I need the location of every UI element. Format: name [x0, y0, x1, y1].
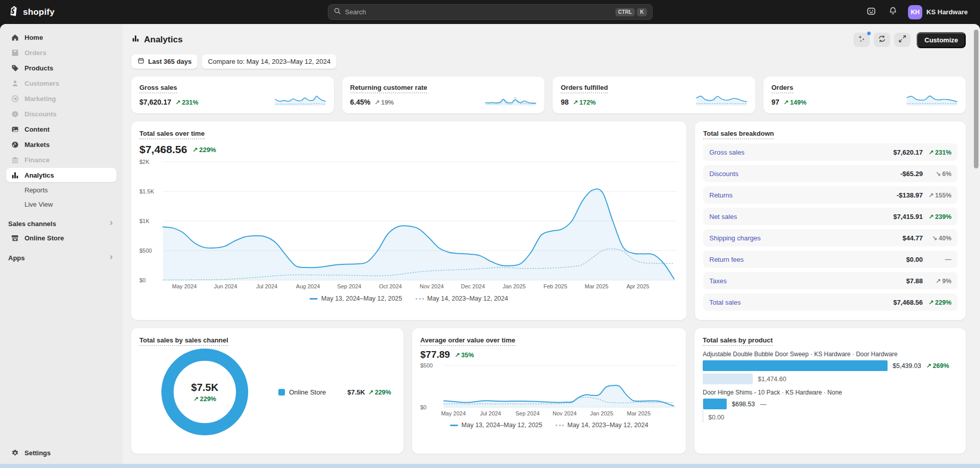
calendar-icon	[137, 57, 145, 66]
online-store-swatch	[278, 389, 285, 396]
sidebar-item-orders[interactable]: Orders	[6, 45, 116, 60]
sidebar-item-home[interactable]: Home	[6, 30, 116, 44]
bank-icon	[10, 155, 19, 164]
main-content: Analytics Customize Last 365 days	[123, 24, 980, 468]
svg-text:Jan 2025: Jan 2025	[503, 283, 525, 289]
metric-card-orders-fulfilled: Orders fulfilled 98 ↗ 172%	[553, 77, 755, 113]
svg-text:Dec 2024: Dec 2024	[461, 283, 485, 289]
breakdown-link[interactable]: Taxes	[709, 277, 727, 285]
breakdown-title[interactable]: Total sales breakdown	[703, 130, 774, 139]
svg-text:Sep 2024: Sep 2024	[515, 410, 539, 416]
date-range-button[interactable]: Last 365 days	[131, 54, 198, 69]
cycle-icon	[878, 35, 886, 45]
search-shortcut: CTRL K	[615, 8, 647, 16]
vertical-scrollbar[interactable]	[974, 30, 978, 168]
chevron-right-icon	[108, 220, 114, 228]
breakdown-link[interactable]: Gross sales	[709, 149, 745, 156]
svg-text:Apr 2025: Apr 2025	[627, 283, 650, 289]
svg-text:$1K: $1K	[139, 218, 150, 224]
product-compare-bar	[703, 374, 753, 384]
aov-chart: $500$0May 2024Jul 2024Sep 2024Nov 2024Ja…	[420, 362, 678, 417]
svg-text:Jul 2024: Jul 2024	[480, 410, 501, 416]
breakdown-link[interactable]: Return fees	[709, 256, 744, 263]
breakdown-link[interactable]: Returns	[709, 191, 733, 199]
legend-current: May 13, 2024–May 12, 2025	[309, 295, 402, 302]
breakdown-link[interactable]: Shipping charges	[709, 234, 760, 242]
tag-icon	[10, 63, 19, 72]
donut-center-value: $7.5K	[191, 382, 218, 393]
table-row: Return fees$0.00—	[703, 251, 958, 268]
metric-title[interactable]: Orders	[772, 84, 794, 93]
insights-button[interactable]	[853, 33, 870, 47]
metric-value: $7,620.17	[139, 98, 171, 106]
sidebar-item-finance[interactable]: Finance	[6, 153, 116, 167]
aov-value: $77.89	[420, 349, 450, 360]
product-title[interactable]: Total sales by product	[703, 336, 773, 346]
breakdown-link[interactable]: Net sales	[709, 213, 737, 220]
analytics-icon	[131, 34, 140, 45]
sidebar-item-customers[interactable]: Customers	[6, 76, 116, 90]
apps-header[interactable]: Apps	[8, 254, 114, 262]
search-input[interactable]	[345, 8, 611, 16]
megaphone-icon	[10, 94, 19, 103]
sidebar-item-products[interactable]: Products	[6, 61, 116, 75]
solid-line-swatch	[309, 298, 318, 300]
fullscreen-button[interactable]	[894, 33, 911, 47]
svg-text:Mar 2025: Mar 2025	[627, 410, 651, 416]
breakdown-link[interactable]: Total sales	[709, 299, 740, 306]
sidebar-item-settings[interactable]: Settings	[6, 446, 116, 460]
chart-title[interactable]: Total sales over time	[139, 130, 205, 139]
sidebar-item-markets[interactable]: $ Markets	[6, 137, 116, 152]
admin-panel-button[interactable]	[863, 4, 879, 20]
topbar: shopify CTRL K KH KS Hardware	[0, 0, 980, 24]
svg-text:Nov 2024: Nov 2024	[553, 410, 577, 416]
sidebar-item-live-view[interactable]: Live View	[6, 198, 116, 211]
table-row: Total sales$7,468.56↗ 229%	[703, 293, 958, 311]
expand-icon	[898, 35, 906, 45]
sidebar-item-analytics[interactable]: Analytics	[6, 168, 116, 182]
metric-card-returning-rate: Returning customer rate 6.45% ↗ 19%	[342, 77, 545, 113]
channel-title[interactable]: Total sales by sales channel	[139, 336, 228, 346]
page-title: Analytics	[131, 34, 183, 45]
svg-text:$0: $0	[420, 404, 426, 410]
sparkline-chart	[275, 89, 326, 108]
customize-button[interactable]: Customize	[917, 32, 966, 48]
channel-legend: Online Store $7.5K ↗ 229%	[278, 388, 391, 396]
metric-title[interactable]: Returning customer rate	[350, 84, 427, 93]
product-block: Adjustable Double Bubble Door Sweep · KS…	[703, 351, 958, 384]
sales-by-channel-card: Total sales by sales channel $7.5K ↗ 229…	[131, 328, 403, 454]
metric-title[interactable]: Gross sales	[139, 84, 177, 93]
shopify-logo[interactable]: shopify	[8, 5, 55, 19]
ctrl-keycap: CTRL	[615, 8, 635, 16]
sparkline-chart	[485, 89, 536, 108]
donut-center-change: ↗ 229%	[194, 395, 217, 403]
refresh-button[interactable]	[874, 33, 890, 47]
sidebar-item-marketing[interactable]: Marketing	[6, 91, 116, 106]
sidebar-item-reports[interactable]: Reports	[6, 183, 116, 196]
notification-dot	[867, 31, 871, 36]
avatar: KH	[908, 5, 922, 19]
total-sales-chart: $2K$1.5K$1K$500$0May 2024Jun 2024Jul 202…	[139, 159, 678, 290]
sales-by-product-card: Total sales by product Adjustable Double…	[695, 328, 966, 454]
product-block: Door Hinge Shims - 10 Pack · KS Hardware…	[703, 389, 958, 423]
sidebar-item-discounts[interactable]: Discounts	[6, 107, 116, 121]
metric-title[interactable]: Orders fulfilled	[561, 84, 608, 93]
product-bar	[703, 360, 888, 371]
global-search[interactable]: CTRL K	[328, 4, 653, 20]
orders-icon	[10, 48, 19, 57]
compare-button[interactable]: Compare to: May 14, 2023–May 12, 2024	[202, 54, 337, 69]
sales-channels-header[interactable]: Sales channels	[8, 220, 114, 228]
product-bar	[703, 399, 727, 409]
product-bar-row: $5,439.03 ↗ 269%	[703, 360, 958, 371]
notifications-button[interactable]	[885, 4, 901, 20]
sidebar-item-content[interactable]: Content	[6, 122, 116, 136]
account-menu[interactable]: KH KS Hardware	[906, 3, 972, 21]
aov-title[interactable]: Average order value over time	[420, 336, 515, 346]
sidebar-item-online-store[interactable]: Online Store	[6, 231, 116, 245]
svg-text:Oct 2024: Oct 2024	[379, 283, 402, 289]
breakdown-link[interactable]: Discounts	[709, 170, 738, 178]
table-row: Discounts-$65.29↘ 6%	[703, 165, 958, 182]
admin-panel-icon	[866, 6, 876, 18]
product-label: Adjustable Double Bubble Door Sweep · KS…	[703, 351, 958, 358]
person-icon	[10, 79, 19, 88]
